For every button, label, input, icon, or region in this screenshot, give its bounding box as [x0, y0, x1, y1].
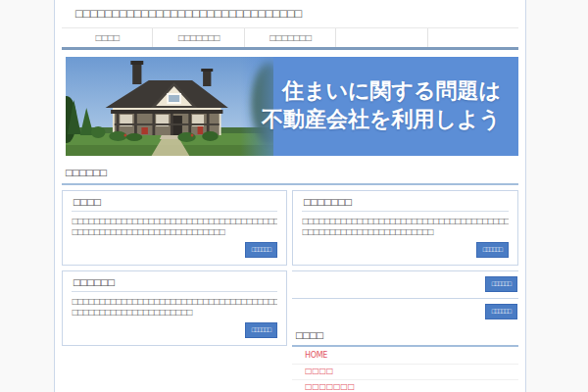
article-body-line: □□□□□□□□□□□□□□□□□□□□□□ — [72, 307, 277, 318]
section-title: □□□□□□ — [62, 168, 518, 185]
article-title: □□□□ — [72, 197, 277, 212]
content-columns: □□□□ □□□□□□□□□□□□□□□□□□□□□□□□□□□□□□□□□□□… — [62, 190, 518, 392]
article-body-line: □□□□□□□□□□□□□□□□□□□□□□□□□□□□ — [72, 226, 277, 237]
menu-link[interactable]: □□□□ — [292, 365, 518, 379]
sidebar-menu-list: HOME □□□□ □□□□□□□ □□□□□□□ — [292, 349, 518, 392]
main-nav: □□□□ □□□□□□□ □□□□□□□ — [62, 27, 518, 50]
article-title: □□□□□□ — [72, 277, 277, 292]
banner-headline-line1: 住まいに関する問題は — [262, 76, 501, 105]
menu-item: HOME — [292, 349, 518, 365]
read-more-button[interactable]: □□□□□□ — [245, 322, 277, 338]
article-title: □□□□□□□ — [302, 197, 509, 212]
article-card: □□□□□□ □□□□□□□□□□□□□□□□□□□□□□□□□□□□□□□□□… — [62, 270, 287, 346]
menu-link-home[interactable]: HOME — [292, 349, 518, 364]
nav-item-empty-1 — [335, 28, 426, 47]
menu-item: □□□□ — [292, 365, 518, 380]
nav-item-1[interactable]: □□□□ — [62, 28, 152, 47]
article-card: □□□□□□□ □□□□□□□□□□□□□□□□□□□□□□□□□□□□□□□□… — [292, 190, 518, 266]
read-more-button[interactable]: □□□□□□ — [476, 242, 509, 258]
more-row: □□□□□□ — [292, 270, 518, 298]
menu-item: □□□□□□□ — [292, 380, 518, 392]
menu-link[interactable]: □□□□□□□ — [292, 380, 518, 392]
banner-headline-line2: 不動産会社を利用しよう — [262, 105, 501, 133]
read-more-button[interactable]: □□□□□□ — [245, 242, 277, 258]
nav-item-3[interactable]: □□□□□□□ — [244, 28, 335, 47]
read-more-button[interactable]: □□□□□□ — [485, 276, 517, 292]
site-wrapper: □□□□□□□□□□□□□□□□□□□□□□□□□□□□□□□ □□□□ □□□… — [54, 0, 526, 392]
hero-banner: 住まいに関する問題は 不動産会社を利用しよう — [66, 57, 518, 156]
site-title: □□□□□□□□□□□□□□□□□□□□□□□□□□□□□□□ — [74, 8, 518, 19]
article-body-line: □□□□□□□□□□□□□□□□□□□□□□□□ — [302, 226, 509, 237]
nav-item-2[interactable]: □□□□□□□ — [152, 28, 243, 47]
nav-item-empty-2 — [427, 28, 518, 47]
sidebar-menu-title: □□□□ — [292, 330, 518, 347]
more-row: □□□□□□ — [292, 298, 518, 325]
right-column: □□□□□□□ □□□□□□□□□□□□□□□□□□□□□□□□□□□□□□□□… — [292, 190, 518, 392]
left-column: □□□□ □□□□□□□□□□□□□□□□□□□□□□□□□□□□□□□□□□□… — [62, 190, 287, 392]
article-body-line: □□□□□□□□□□□□□□□□□□□□□□□□□□□□□□□□□□□□□□□□… — [72, 296, 277, 307]
banner-headline: 住まいに関する問題は 不動産会社を利用しよう — [262, 76, 501, 133]
article-card: □□□□ □□□□□□□□□□□□□□□□□□□□□□□□□□□□□□□□□□□… — [62, 190, 287, 266]
article-body-line: □□□□□□□□□□□□□□□□□□□□□□□□□□□□□□□□□□□□□□□□… — [72, 216, 277, 226]
read-more-button[interactable]: □□□□□□ — [485, 304, 517, 319]
article-body-line: □□□□□□□□□□□□□□□□□□□□□□□□□□□□□□□□□□□□□□□□… — [302, 216, 509, 226]
sidebar-menu-widget: □□□□ HOME □□□□ □□□□□□□ □□□□□□□ — [292, 330, 518, 392]
